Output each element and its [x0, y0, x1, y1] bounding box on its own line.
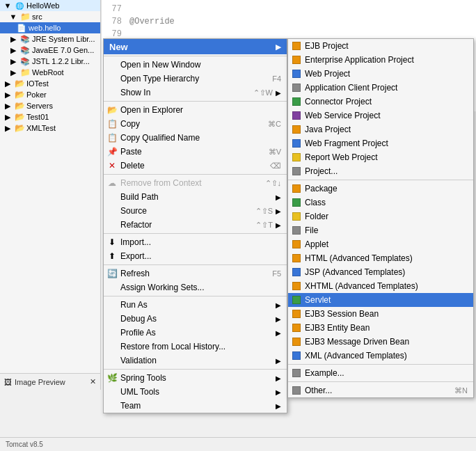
menu-label: Open Type Hierarchy [120, 74, 264, 84]
tree-label: Poker [26, 90, 47, 99]
tree-item-test01[interactable]: ▶ 📂 Test01 [0, 111, 100, 122]
tree-item-xmltest[interactable]: ▶ 📂 XMLTest [0, 122, 100, 134]
tree-item-helloweb[interactable]: ▼ 🌐 HelloWeb [0, 0, 100, 11]
submenu-item-ejb-project[interactable]: EJB Project [288, 39, 473, 53]
submenu-item-class[interactable]: Class [288, 196, 473, 209]
submenu-item-web-service[interactable]: Web Service Project [288, 109, 473, 122]
folder-icon [291, 211, 302, 222]
submenu-separator [288, 381, 473, 382]
ejb-project-icon [291, 40, 302, 52]
tree-label: XMLTest [26, 124, 56, 132]
menu-item-open-type-hierarchy[interactable]: Open Type Hierarchy F4 [104, 72, 287, 86]
submenu-item-report-web[interactable]: Report Web Project [288, 150, 473, 164]
submenu-item-ejb3-message[interactable]: EJB3 Message Driven Bean [288, 335, 473, 349]
image-preview-label: Image Preview [15, 378, 65, 386]
submenu-item-xhtml[interactable]: XHTML (Advanced Templates) [288, 279, 473, 293]
menu-item-open-new-window[interactable]: Open in New Window [104, 58, 287, 72]
submenu-arrow-icon: ▶ [276, 193, 281, 201]
menu-item-build-path[interactable]: Build Path ▶ [104, 190, 287, 204]
menu-label: Paste [120, 147, 260, 157]
submenu-item-project[interactable]: Project... [288, 164, 473, 178]
submenu-item-xml[interactable]: XML (Advanced Templates) [288, 349, 473, 363]
submenu-label: Web Service Project [305, 111, 381, 120]
menu-item-export[interactable]: ⬆ Export... [104, 249, 287, 263]
tree-item-jre[interactable]: ▶ 📚 JRE System Libr... [0, 33, 100, 45]
web-fragment-icon [291, 138, 302, 149]
submenu-item-other[interactable]: Other... ⌘N [288, 383, 473, 397]
submenu-label: Application Client Project [305, 83, 397, 93]
menu-item-validation[interactable]: Validation ▶ [104, 354, 287, 367]
menu-item-uml-tools[interactable]: UML Tools ▶ [104, 385, 287, 399]
tree-item-javaee[interactable]: ▶ 📚 JavaEE 7.0 Gen... [0, 45, 100, 56]
menu-item-refactor[interactable]: Refactor ⌃⇧T ▶ [104, 218, 287, 232]
ws-icon [291, 110, 302, 121]
menu-separator [104, 369, 287, 370]
submenu-item-folder[interactable]: Folder [288, 209, 473, 223]
tree-item-webhello[interactable]: 📄 web.hello [0, 22, 100, 33]
menu-item-profile-as[interactable]: Profile As ▶ [104, 326, 287, 340]
class-icon [291, 197, 302, 208]
menu-item-debug-as[interactable]: Debug As ▶ [104, 312, 287, 326]
menu-item-run-as[interactable]: Run As ▶ [104, 298, 287, 312]
xhtml-icon [291, 280, 302, 292]
submenu-label: XHTML (Advanced Templates) [305, 281, 418, 291]
menu-item-open-explorer[interactable]: 📂 Open in Explorer [104, 103, 287, 117]
menu-label: Show In [120, 88, 245, 97]
submenu-separator [288, 364, 473, 365]
submenu-item-file[interactable]: File [288, 223, 473, 237]
menu-item-refresh[interactable]: 🔄 Refresh F5 [104, 267, 287, 280]
submenu-item-jsp[interactable]: JSP (Advanced Templates) [288, 265, 473, 279]
menu-item-copy[interactable]: 📋 Copy ⌘C [104, 117, 287, 131]
menu-item-remove-context[interactable]: ☁ Remove from Context ⌃⇧↓ [104, 176, 287, 190]
submenu-label: Other... [305, 386, 332, 395]
submenu-item-applet[interactable]: Applet [288, 237, 473, 251]
tree-item-servers[interactable]: ▶ 📂 Servers [0, 100, 100, 111]
submenu-item-ejb3-entity[interactable]: EJB3 Entity Bean [288, 321, 473, 335]
menu-item-assign-working-sets[interactable]: Assign Working Sets... [104, 280, 287, 294]
menu-label: UML Tools [120, 387, 273, 397]
submenu-item-servlet[interactable]: Servlet [288, 293, 473, 307]
submenu-item-example[interactable]: Example... [288, 366, 473, 380]
menu-label: Open in New Window [120, 60, 281, 70]
explorer-icon: 📂 [106, 104, 118, 116]
submenu-label: Report Web Project [305, 152, 378, 162]
tree-item-iotest[interactable]: ▶ 📂 IOTest [0, 78, 100, 89]
java-project-icon [291, 124, 302, 135]
menu-item-import[interactable]: ⬇ Import... [104, 235, 287, 249]
submenu-item-web-fragment[interactable]: Web Fragment Project [288, 136, 473, 150]
menu-item-paste[interactable]: 📌 Paste ⌘V [104, 145, 287, 159]
image-preview-bar[interactable]: 🖼 Image Preview ✕ [0, 373, 101, 390]
tree-item-src[interactable]: ▼ 📁 src [0, 11, 100, 22]
menu-item-new[interactable]: New ▶ [104, 39, 287, 54]
tree-item-webroot[interactable]: ▶ 📁 WebRoot [0, 67, 100, 78]
menu-item-source[interactable]: Source ⌃⇧S ▶ [104, 204, 287, 218]
submenu-item-connector[interactable]: Connector Project [288, 95, 473, 109]
menu-item-spring-tools[interactable]: 🌿 Spring Tools ▶ [104, 371, 287, 385]
close-icon[interactable]: ✕ [90, 377, 96, 386]
menu-label: Remove from Context [120, 178, 257, 188]
menu-item-delete[interactable]: ✕ Delete ⌫ [104, 159, 287, 173]
submenu-item-web-project[interactable]: Web Project [288, 67, 473, 81]
submenu-arrow-icon: ▶ [276, 374, 281, 382]
submenu-item-java-project[interactable]: Java Project [288, 122, 473, 136]
shortcut-label: ⌘V [269, 148, 281, 157]
menu-item-copy-qualified[interactable]: 📋 Copy Qualified Name [104, 131, 287, 145]
submenu-item-enterprise-app[interactable]: Enterprise Application Project [288, 53, 473, 67]
tree-item-jstl[interactable]: ▶ 📚 JSTL 1.2.2 Libr... [0, 56, 100, 67]
submenu-item-app-client[interactable]: Application Client Project [288, 81, 473, 95]
tree-label: HelloWeb [26, 1, 60, 10]
code-content[interactable]: @Override [129, 3, 476, 40]
submenu-item-package[interactable]: Package [288, 182, 473, 196]
menu-label: Assign Working Sets... [120, 283, 281, 292]
submenu-item-ejb3-session[interactable]: EJB3 Session Bean [288, 307, 473, 321]
tree-label: Test01 [26, 113, 49, 121]
submenu-item-html[interactable]: HTML (Advanced Templates) [288, 251, 473, 265]
menu-item-team[interactable]: Team ▶ [104, 399, 287, 413]
submenu-arrow-icon: ▶ [276, 388, 281, 396]
tree-item-poker[interactable]: ▶ 📂 Poker [0, 89, 100, 100]
delete-icon: ✕ [106, 160, 118, 171]
menu-item-show-in[interactable]: Show In ⌃⇧W ▶ [104, 86, 287, 100]
ejb3e-icon [291, 322, 302, 333]
menu-item-restore-history[interactable]: Restore from Local History... [104, 340, 287, 354]
ejb3m-icon [291, 336, 302, 347]
